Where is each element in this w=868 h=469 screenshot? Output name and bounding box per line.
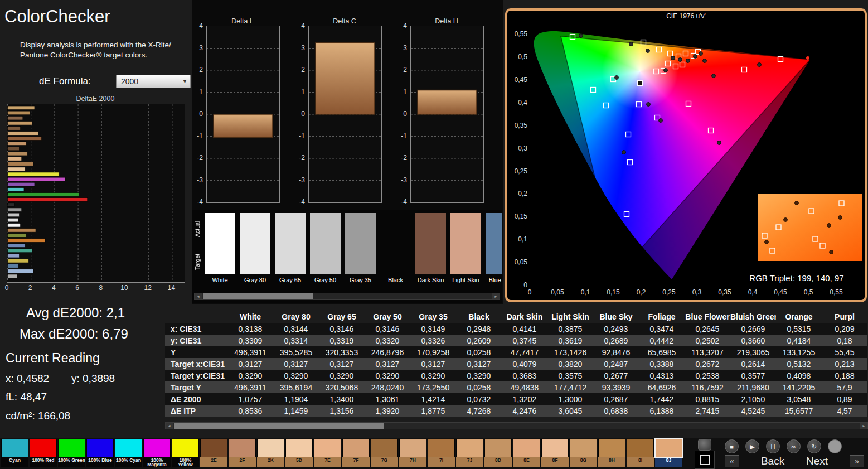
patch-button-2f[interactable]: 2F [229,439,256,467]
table-cell: 0,4079 [502,358,547,370]
deltae-bar [8,132,38,136]
cie-x-tick: 0,25 [660,288,678,296]
patch-button-5d[interactable]: 5D [285,439,313,467]
table-column-header: Dark Skin [502,310,547,323]
stop-icon[interactable]: ■ [725,439,739,453]
cie-measured-point [664,69,668,72]
scroll-right-arrow[interactable]: ► [492,293,500,299]
table-cell: 2,7415 [685,405,730,417]
cie-y-tick: 0,25 [510,167,527,175]
scroll-thumb[interactable] [174,423,384,429]
patch-button-8d[interactable]: 8D [484,439,512,467]
reading-y: y: 0,3898 [71,373,115,385]
patch-button-cyan[interactable]: Cyan [1,439,28,467]
play-icon[interactable]: ▶ [745,439,759,453]
table-cell: 0,4184 [776,335,822,346]
pattern-mini-button[interactable] [698,439,711,451]
patch-button-8e[interactable]: 8E [513,439,540,467]
cie-x-tick: 0,2 [632,288,650,296]
patch-button-2k[interactable]: 2K [257,439,284,467]
cie-red-primary-point [806,56,809,60]
inset-target-square [809,209,814,214]
scroll-right-arrow[interactable]: ► [860,423,867,429]
target-row-label: Target [194,245,201,278]
cie-target-square [673,64,678,69]
table-row-label: ΔE 2000 [165,393,227,405]
colorchecker-swatch [415,213,446,274]
patch-button-8j[interactable]: 8J [655,439,682,467]
patch-swatch [86,439,114,457]
table-row-label: ΔE ITP [165,405,227,417]
patch-button-2e[interactable]: 2E [200,439,227,467]
patch-swatch [143,439,171,457]
de-formula-dropdown[interactable]: 2000 ▼ [116,75,191,88]
table-cell: 170,9258 [410,346,456,358]
patch-button-100-cyan[interactable]: 100% Cyan [115,439,142,467]
scroll-left-arrow[interactable]: ◄ [166,423,173,429]
patch-button-7j[interactable]: 7J [456,439,483,467]
scroll-left-arrow[interactable]: ◄ [195,293,202,299]
deltae-bar [8,193,80,197]
table-cell: 395,6194 [273,381,319,393]
cie-target-square [654,69,659,74]
patch-swatch [570,439,597,457]
swatch-label: Gray 65 [271,277,309,283]
cie-x-tick: 0,3 [688,288,706,296]
deltae-x-tick: 10 [119,284,130,292]
patch-button-8f[interactable]: 8F [541,439,569,467]
deltae-bar [8,198,88,202]
deltae-bar [8,259,29,263]
patch-button-100-magenta[interactable]: 100% Magenta [143,439,171,467]
table-cell: 0,3314 [273,335,319,346]
blank-icon[interactable] [828,439,842,453]
cie-target-square [637,102,642,107]
patch-label: 5D [285,457,313,467]
table-cell: 395,5285 [273,346,319,358]
patch-button-8i[interactable]: 8I [627,439,654,467]
table-scrollbar[interactable]: ◄► [165,422,868,429]
cie-target-square [626,132,631,137]
patch-button-100-green[interactable]: 100% Green [58,439,85,467]
table-cell: 0,3575 [547,370,593,381]
cie-target-square [570,35,575,40]
patch-button-7e[interactable]: 7E [314,439,341,467]
deltae-bar [8,234,27,238]
pattern-window-button[interactable] [695,451,715,469]
table-cell: 133,1255 [776,346,822,358]
patch-swatch [200,439,227,457]
patch-button-7g[interactable]: 7G [371,439,398,467]
patch-label: 8G [570,457,597,467]
patch-button-8g[interactable]: 8G [570,439,597,467]
patch-button-8h[interactable]: 8H [598,439,625,467]
refresh-icon[interactable]: ↻ [807,439,821,453]
back-arrow-button[interactable]: « [725,455,739,467]
patch-button-7f[interactable]: 7F [342,439,370,467]
patch-button-100-yellow[interactable]: 100% Yellow [172,439,199,467]
patch-button-100-red[interactable]: 100% Red [30,439,57,467]
reading-cdm2: cd/m²: 166,08 [6,410,70,422]
window-icon [700,455,710,465]
back-button[interactable]: Back [761,455,784,467]
table-cell: 0,3319 [319,335,365,346]
patch-swatch [371,439,398,457]
scroll-thumb[interactable] [203,293,313,299]
next-arrow-button[interactable]: » [850,455,864,467]
table-column-header: Gray 65 [319,310,365,323]
table-cell: 1,7442 [639,393,685,405]
patch-button-7i[interactable]: 7I [428,439,455,467]
loop-icon[interactable]: ∞ [787,439,801,453]
table-cell: 0,3146 [319,323,365,335]
swatch-scrollbar[interactable]: ◄► [194,293,500,300]
cie-measured-point [671,56,675,60]
table-column-header: Purpl [822,310,867,323]
patch-button-7h[interactable]: 7H [399,439,426,467]
marker-icon[interactable]: H [766,439,780,453]
actual-row-label: Actual [194,214,201,244]
table-cell: 0,3127 [227,358,273,370]
patch-swatch [30,439,57,457]
table-cell: 0,2502 [685,335,730,346]
next-button[interactable]: Next [806,455,828,467]
patch-swatch [655,439,682,457]
deltae-bar [8,167,26,171]
patch-button-100-blue[interactable]: 100% Blue [86,439,114,467]
